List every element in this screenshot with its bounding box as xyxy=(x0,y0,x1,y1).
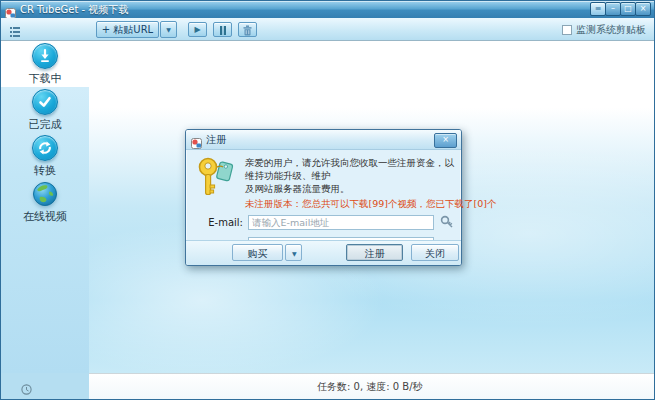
registration-key-icon xyxy=(196,155,238,205)
buy-dropdown-button[interactable]: ▼ xyxy=(285,244,302,261)
dialog-message-line1: 亲爱的用户，请允许我向您收取一些注册资金，以维持功能升级、维护 xyxy=(245,156,457,182)
window-menu-button[interactable]: ≡ xyxy=(590,2,606,16)
toolbar: + 粘贴URL ▼ ▶ 监测系统剪贴板 xyxy=(1,18,654,41)
clipboard-monitor-label: 监测系统剪贴板 xyxy=(576,23,646,37)
status-bar-main: 任务数: 0, 速度: 0 B/秒 xyxy=(89,373,654,399)
play-icon: ▶ xyxy=(194,25,200,34)
clipboard-monitor-control: 监测系统剪贴板 xyxy=(562,23,646,37)
sidebar-item-label: 下载中 xyxy=(29,71,62,86)
sidebar-item-label: 转换 xyxy=(34,163,56,178)
dialog-message: 亲爱的用户，请允许我向您收取一些注册资金，以维持功能升级、维护 及网站服务器流量… xyxy=(245,156,457,195)
request-code-button[interactable] xyxy=(439,215,455,231)
unregistered-warning: 未注册版本：您总共可以下载[99]个视频，您已下载了[0]个 xyxy=(245,198,459,211)
dialog-close-icon[interactable]: × xyxy=(434,133,457,148)
pause-icon xyxy=(219,26,227,35)
delete-task-button[interactable] xyxy=(238,22,257,37)
sidebar-item-label: 在线视频 xyxy=(23,209,67,224)
maximize-button[interactable]: □ xyxy=(620,2,636,16)
buy-button[interactable]: 购买 xyxy=(232,244,283,261)
sidebar-item-downloading[interactable]: 下载中 xyxy=(1,41,89,87)
paste-url-dropdown-button[interactable]: ▼ xyxy=(160,21,177,38)
window-title: CR TubeGet - 视频下载 xyxy=(20,3,128,17)
check-icon xyxy=(32,89,58,115)
dialog-footer: 购买 ▼ 注册 关闭 xyxy=(186,240,461,265)
pause-download-button[interactable] xyxy=(213,22,232,37)
dialog-close-button[interactable]: 关闭 xyxy=(411,244,459,261)
paste-url-button[interactable]: + 粘贴URL xyxy=(96,21,159,38)
minimize-button[interactable]: – xyxy=(605,2,621,16)
start-download-button[interactable]: ▶ xyxy=(188,22,207,37)
register-dialog: 注册 × 亲爱的用户，请允许我向您收取一些注册资金，以维持功能升级、维护 及网站… xyxy=(185,129,462,266)
close-button[interactable]: × xyxy=(635,2,651,16)
sidebar-item-convert[interactable]: 转换 xyxy=(1,133,89,179)
dialog-title: 注册 xyxy=(206,133,226,147)
status-bar: 任务数: 0, 速度: 0 B/秒 xyxy=(1,373,654,399)
clipboard-monitor-checkbox[interactable] xyxy=(562,25,572,35)
title-bar: CR TubeGet - 视频下载 ≡ – □ × xyxy=(1,1,654,18)
status-text: 任务数: 0, 速度: 0 B/秒 xyxy=(317,380,423,394)
scheduler-clock-icon[interactable] xyxy=(21,380,32,399)
download-icon xyxy=(32,43,58,69)
dialog-message-line2: 及网站服务器流量费用。 xyxy=(245,182,457,195)
app-window: CR TubeGet - 视频下载 ≡ – □ × + 粘贴URL ▼ ▶ 监测… xyxy=(0,0,655,400)
trash-icon xyxy=(242,25,253,36)
email-label: E-mail: xyxy=(186,217,243,228)
convert-icon xyxy=(32,135,58,161)
register-button[interactable]: 注册 xyxy=(346,244,403,261)
email-field[interactable] xyxy=(248,215,434,230)
task-list-icon[interactable] xyxy=(9,23,21,42)
sidebar: 下载中 已完成 转换 在线视频 xyxy=(1,41,89,373)
dialog-body: 亲爱的用户，请允许我向您收取一些注册资金，以维持功能升级、维护 及网站服务器流量… xyxy=(186,149,461,241)
status-bar-left xyxy=(1,373,89,399)
globe-icon xyxy=(32,181,58,207)
sidebar-item-online-video[interactable]: 在线视频 xyxy=(1,179,89,225)
dialog-title-bar: 注册 × xyxy=(186,130,461,150)
app-logo-icon xyxy=(5,4,16,15)
small-key-icon xyxy=(440,215,454,229)
sidebar-item-completed[interactable]: 已完成 xyxy=(1,87,89,133)
sidebar-item-label: 已完成 xyxy=(29,117,62,132)
dialog-app-icon xyxy=(191,134,202,145)
